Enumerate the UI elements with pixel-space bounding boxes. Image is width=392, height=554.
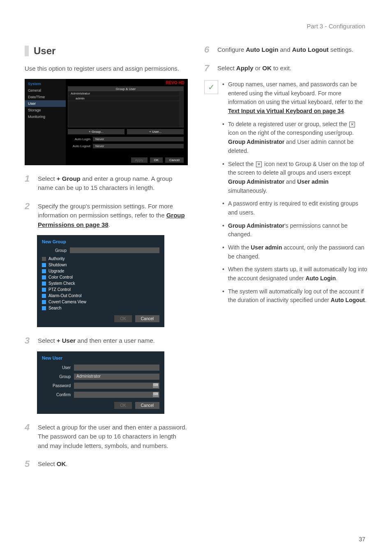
step-6-text: Configure Auto Login and Auto Logout set… bbox=[217, 45, 353, 55]
auto-login-select[interactable]: Never bbox=[93, 137, 184, 141]
auto-login-label: Auto Login bbox=[68, 137, 90, 141]
checkbox[interactable] bbox=[42, 269, 46, 273]
step-number: 6 bbox=[204, 45, 212, 55]
note-item: When the system starts up, it will autom… bbox=[222, 265, 367, 283]
step-4-text: Select a group for the user and then ent… bbox=[38, 423, 188, 451]
step-number: 3 bbox=[25, 336, 33, 346]
user-input[interactable] bbox=[74, 365, 159, 371]
permissions-list: Authority Shutdown Upgrade Color Control… bbox=[42, 256, 159, 311]
group-label: Group bbox=[42, 374, 71, 379]
scrollbar[interactable] bbox=[179, 92, 183, 127]
step-number: 1 bbox=[25, 174, 33, 193]
sidebar-item-general[interactable]: General bbox=[25, 87, 66, 94]
checkbox[interactable] bbox=[42, 300, 46, 304]
step-3-text: Select + User and then enter a user name… bbox=[38, 336, 155, 346]
sidebar-item-datetime[interactable]: Date/Time bbox=[25, 94, 66, 100]
auto-logout-label: Auto Logout bbox=[68, 144, 90, 148]
note-item: With the User admin account, only the pa… bbox=[222, 243, 367, 261]
permission-item: PTZ Control bbox=[48, 287, 71, 292]
permission-item: Covert Camera View bbox=[48, 300, 86, 304]
note-item: A password entry is required to edit exi… bbox=[222, 199, 367, 217]
checkbox[interactable] bbox=[42, 294, 46, 298]
sidebar-item-monitoring[interactable]: Monitoring bbox=[25, 113, 66, 120]
checkbox[interactable] bbox=[42, 282, 46, 286]
step-number: 4 bbox=[25, 423, 33, 451]
brand-logo: REVO HD bbox=[166, 81, 184, 85]
step-2-text: Specify the group's permission settings.… bbox=[38, 202, 188, 230]
notes-block: ✓ Group names, user names, and passwords… bbox=[204, 80, 367, 309]
ok-button[interactable]: OK bbox=[114, 315, 131, 322]
ok-button[interactable]: OK bbox=[114, 402, 131, 409]
permission-item: Upgrade bbox=[48, 269, 64, 273]
system-sidebar: System General Date/Time User Storage Mo… bbox=[25, 79, 66, 165]
sidebar-header: System bbox=[25, 81, 66, 87]
cancel-button[interactable]: Cancel bbox=[135, 402, 159, 409]
keyboard-icon[interactable]: ⌨ bbox=[153, 383, 159, 388]
step-1-text: Select + Group and enter a group name. A… bbox=[38, 174, 188, 193]
apply-button[interactable]: Apply bbox=[131, 157, 148, 163]
new-group-dialog: New Group Group Authority Shutdown Upgra… bbox=[37, 235, 164, 327]
new-user-dialog: New User User Group Administrator Passwo… bbox=[37, 351, 164, 414]
step-number: 7 bbox=[204, 64, 212, 73]
section-heading: User bbox=[25, 45, 188, 57]
step-number: 5 bbox=[25, 459, 33, 469]
permission-item: Alarm-Out Control bbox=[48, 293, 82, 298]
note-item: Group names, user names, and passwords c… bbox=[222, 80, 367, 116]
note-item: To delete a registered user or group, se… bbox=[222, 120, 367, 156]
group-select[interactable]: Administrator bbox=[74, 374, 159, 380]
checkbox[interactable] bbox=[42, 275, 46, 279]
right-column: 6 Configure Auto Login and Auto Logout s… bbox=[204, 45, 367, 469]
note-item: The system will automatically log out of… bbox=[222, 287, 367, 305]
dialog-title: New User bbox=[42, 355, 159, 360]
breadcrumb: Part 3 - Configuration bbox=[307, 23, 365, 30]
section-bar-icon bbox=[25, 46, 29, 56]
group-name-input[interactable] bbox=[70, 247, 159, 253]
cancel-button[interactable]: Cancel bbox=[165, 157, 184, 163]
permission-item: Color Control bbox=[48, 275, 73, 279]
permission-item: Authority bbox=[48, 256, 65, 261]
close-icon: ✕ bbox=[256, 162, 262, 167]
note-item: Select the ✕ icon next to Group & User o… bbox=[222, 160, 367, 196]
close-icon: ✕ bbox=[349, 122, 355, 127]
section-title: User bbox=[34, 45, 55, 57]
password-input[interactable]: ⌨ bbox=[74, 383, 159, 389]
confirm-label: Confirm bbox=[42, 392, 71, 397]
table-header: Group & User bbox=[68, 87, 183, 91]
note-item: Group Administrator's permissions cannot… bbox=[222, 222, 367, 239]
add-user-button[interactable]: + User... bbox=[127, 129, 184, 134]
section-intro: Use this option to register users and as… bbox=[25, 64, 188, 73]
confirm-input[interactable]: ⌨ bbox=[74, 392, 159, 398]
step-number: 2 bbox=[25, 202, 33, 230]
checkbox[interactable] bbox=[42, 257, 46, 261]
checkbox[interactable] bbox=[42, 306, 46, 310]
sidebar-item-user[interactable]: User bbox=[25, 100, 66, 107]
sidebar-item-storage[interactable]: Storage bbox=[25, 107, 66, 113]
step-5-text: Select OK. bbox=[38, 459, 68, 469]
permission-item: System Check bbox=[48, 281, 75, 286]
table-row[interactable]: Administrator bbox=[68, 91, 183, 96]
cancel-button[interactable]: Cancel bbox=[135, 315, 159, 322]
table-row[interactable]: admin bbox=[68, 96, 183, 101]
auto-logout-select[interactable]: Never bbox=[93, 144, 184, 148]
checkbox[interactable] bbox=[42, 263, 46, 267]
page-number: 37 bbox=[359, 536, 365, 542]
add-group-button[interactable]: + Group... bbox=[68, 129, 125, 134]
keyboard-icon[interactable]: ⌨ bbox=[153, 392, 159, 397]
group-user-table: Group & User Administrator admin bbox=[68, 86, 184, 127]
left-column: User Use this option to register users a… bbox=[25, 45, 188, 469]
permission-item: Shutdown bbox=[48, 263, 67, 267]
password-label: Password bbox=[42, 383, 71, 388]
group-name-label: Group bbox=[42, 248, 67, 253]
check-icon: ✓ bbox=[204, 80, 218, 94]
dialog-title: New Group bbox=[42, 239, 159, 244]
text-input-link[interactable]: Text Input via Virtual Keyboard on page … bbox=[228, 108, 344, 114]
system-settings-screenshot: REVO HD System General Date/Time User St… bbox=[25, 79, 188, 165]
permission-item: Search bbox=[48, 306, 62, 310]
user-label: User bbox=[42, 365, 71, 370]
ok-button[interactable]: OK bbox=[150, 157, 163, 163]
step-7-text: Select Apply or OK to exit. bbox=[217, 64, 291, 73]
checkbox[interactable] bbox=[42, 288, 46, 292]
